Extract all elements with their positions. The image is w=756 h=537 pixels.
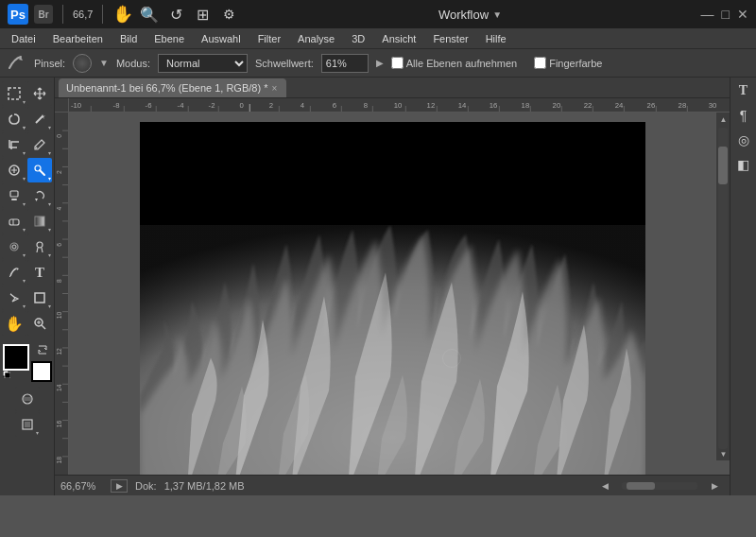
- hand-tool-titlebar[interactable]: ✋: [112, 4, 133, 25]
- hand-tool-btn[interactable]: ✋: [2, 311, 26, 336]
- titlebar: Ps Br 66,7 ✋ 🔍 ↺ ⊞ ⚙ Workflow ▼ — □ ✕: [0, 0, 756, 28]
- brush-dropdown-arrow[interactable]: ▼: [99, 58, 109, 68]
- eraser-tool-btn[interactable]: ▾: [2, 209, 26, 234]
- svg-rect-4: [10, 191, 18, 197]
- color-swatch-area: [3, 344, 52, 382]
- schwellwert-arrow[interactable]: ▶: [376, 58, 384, 68]
- background-color[interactable]: [31, 361, 52, 382]
- type-tool-btn[interactable]: T: [27, 260, 52, 285]
- document-tab[interactable]: Unbenannt-1 bei 66,7% (Ebene 1, RGB/8) *…: [59, 78, 286, 97]
- fingerfarbe-checkbox[interactable]: [534, 57, 546, 69]
- alle-ebenen-checkbox-label[interactable]: Alle Ebenen aufnehmen: [391, 57, 517, 69]
- optionsbar: Pinsel: ▼ Modus: Normal Multiplizieren Ü…: [0, 49, 756, 78]
- settings-tool-titlebar[interactable]: ⚙: [218, 4, 239, 25]
- dodge-tool-btn[interactable]: ▾: [27, 234, 52, 259]
- magic-wand-tool-btn[interactable]: ▾: [27, 107, 52, 131]
- canvas-area: Unbenannt-1 bei 66,7% (Ebene 1, RGB/8) *…: [55, 78, 730, 495]
- vscroll-up-btn[interactable]: ▲: [716, 113, 730, 126]
- main-area: ▾ ▾ ▾ ▾ ▾ ▾: [0, 78, 756, 495]
- svg-text:14: 14: [458, 101, 467, 110]
- screen-mode-btn[interactable]: ▾: [15, 412, 40, 437]
- hscroll-prev-btn[interactable]: ◀: [595, 479, 614, 493]
- ps-icon[interactable]: Ps: [8, 4, 28, 25]
- quick-mask-btn[interactable]: [15, 387, 40, 411]
- document-tabbar: Unbenannt-1 bei 66,7% (Ebene 1, RGB/8) *…: [55, 78, 730, 98]
- rotate-tool-titlebar[interactable]: ↺: [165, 4, 186, 25]
- rpanel-brush-btn[interactable]: ◎: [734, 130, 753, 149]
- fingerfarbe-checkbox-label[interactable]: Fingerfarbe: [534, 57, 602, 69]
- smudge-tool-icon[interactable]: [6, 53, 26, 74]
- rpanel-text-btn[interactable]: T: [734, 81, 753, 100]
- menubar: Datei Bearbeiten Bild Ebene Auswahl Filt…: [0, 28, 756, 49]
- bottom-scroll-thumb[interactable]: [627, 482, 655, 490]
- menu-hilfe[interactable]: Hilfe: [478, 31, 514, 46]
- menu-3d[interactable]: 3D: [344, 31, 372, 46]
- svg-text:18: 18: [56, 457, 62, 464]
- path-selection-btn[interactable]: ▾: [2, 286, 26, 310]
- vertical-scrollbar[interactable]: ▲ ▼: [715, 113, 730, 460]
- menu-filter[interactable]: Filter: [250, 31, 288, 46]
- menu-fenster[interactable]: Fenster: [425, 31, 475, 46]
- svg-text:-2: -2: [209, 101, 215, 110]
- minimize-button[interactable]: —: [701, 7, 714, 22]
- brush-tool-btn[interactable]: ▾: [27, 158, 52, 182]
- ruler-corner: [55, 98, 69, 113]
- history-brush-btn[interactable]: ▾: [27, 183, 52, 208]
- schwellwert-input[interactable]: 61%: [321, 54, 369, 73]
- alle-ebenen-checkbox[interactable]: [391, 57, 404, 69]
- shape-tool-btn[interactable]: ▾: [27, 286, 52, 310]
- menu-analyse[interactable]: Analyse: [290, 31, 342, 46]
- menu-auswahl[interactable]: Auswahl: [194, 31, 249, 46]
- crop-tool-btn[interactable]: ▾: [2, 132, 26, 157]
- svg-text:2: 2: [269, 101, 273, 110]
- move-tool-btn[interactable]: [27, 81, 52, 106]
- close-button[interactable]: ✕: [737, 7, 748, 22]
- vscroll-track[interactable]: [718, 128, 728, 449]
- gradient-tool-btn[interactable]: ▾: [27, 209, 52, 234]
- hscroll-next-btn[interactable]: ▶: [705, 479, 724, 493]
- marquee-tool-btn[interactable]: ▾: [2, 81, 26, 106]
- tab-close-btn[interactable]: ×: [271, 83, 277, 94]
- rpanel-paragraph-btn[interactable]: ¶: [734, 106, 753, 125]
- blur-tool-btn[interactable]: ▾: [2, 234, 26, 259]
- vscroll-down-btn[interactable]: ▼: [716, 447, 730, 460]
- foreground-color[interactable]: [3, 344, 29, 371]
- menu-ansicht[interactable]: Ansicht: [374, 31, 423, 46]
- menu-ebene[interactable]: Ebene: [146, 31, 192, 46]
- schwellwert-label: Schwellwert:: [255, 58, 314, 69]
- grid-tool-titlebar[interactable]: ⊞: [192, 4, 213, 25]
- svg-text:28: 28: [679, 101, 687, 110]
- zoom-tool-btn[interactable]: [27, 311, 52, 336]
- zoom-tool-titlebar[interactable]: 🔍: [139, 4, 160, 25]
- titlebar-zoom: 66,7: [73, 9, 93, 20]
- stamp-tool-btn[interactable]: ▾: [2, 183, 26, 208]
- eyedropper-tool-btn[interactable]: ▾: [27, 132, 52, 157]
- swap-colors-icon[interactable]: [37, 344, 48, 355]
- menu-bearbeiten[interactable]: Bearbeiten: [45, 31, 111, 46]
- lasso-tool-btn[interactable]: ▾ ▾: [2, 107, 26, 131]
- menu-bild[interactable]: Bild: [112, 31, 145, 46]
- svg-point-10: [37, 242, 43, 248]
- workflow-label: Workflow: [438, 8, 489, 22]
- svg-rect-6: [9, 219, 19, 225]
- document-canvas[interactable]: [140, 122, 645, 475]
- pen-tool-btn[interactable]: ▾: [2, 260, 26, 285]
- vscroll-thumb[interactable]: [718, 147, 728, 184]
- br-icon[interactable]: Br: [34, 5, 53, 24]
- rpanel-layers-btn[interactable]: ◧: [734, 155, 753, 174]
- healing-tool-btn[interactable]: ▾: [2, 158, 26, 182]
- svg-text:22: 22: [584, 101, 593, 110]
- workflow-dropdown-icon[interactable]: ▼: [492, 9, 502, 20]
- svg-rect-18: [25, 422, 30, 427]
- svg-point-8: [10, 243, 18, 251]
- menu-datei[interactable]: Datei: [4, 31, 43, 46]
- canvas-wrapper: [69, 122, 715, 475]
- maximize-button[interactable]: □: [722, 7, 730, 22]
- brush-preview[interactable]: [73, 54, 92, 73]
- svg-text:0: 0: [240, 101, 245, 110]
- status-info-btn[interactable]: ▶: [111, 479, 128, 493]
- default-colors-icon[interactable]: [3, 371, 10, 378]
- modus-select[interactable]: Normal Multiplizieren Überlagern: [158, 54, 248, 73]
- bottom-scroll-track[interactable]: [622, 482, 697, 490]
- status-info-icon: ▶: [116, 481, 123, 491]
